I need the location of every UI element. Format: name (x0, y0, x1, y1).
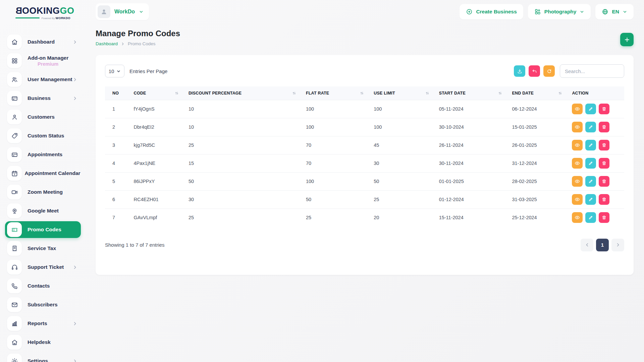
users-icon (7, 72, 22, 87)
edit-button[interactable] (585, 140, 596, 150)
tag-icon (7, 128, 22, 143)
breadcrumb-dashboard-link[interactable]: Dashboard (96, 41, 118, 46)
page-number-button[interactable]: 1 (596, 239, 609, 251)
cell-flat-rate: 100 (306, 100, 374, 118)
language-dropdown[interactable]: EN (595, 4, 634, 19)
trash-icon (601, 197, 607, 202)
add-promo-code-button[interactable] (620, 33, 634, 46)
sidebar-item[interactable]: Settings (5, 353, 81, 362)
cell-code: 4Pax1jNE (134, 154, 189, 172)
workspace-switcher[interactable]: WorkDo (96, 3, 149, 20)
table-row: 3 kjg7Rd5C 25 70 45 26-11-2024 26-01-202… (105, 136, 624, 154)
gear-icon (7, 354, 22, 362)
column-header[interactable]: ACTION (572, 86, 624, 100)
delete-button[interactable] (599, 104, 609, 114)
column-header[interactable]: DISCOUNT PERCENTAGE (189, 86, 306, 100)
sidebar-item[interactable]: Helpdesk (5, 334, 81, 351)
premium-badge: Premium (38, 61, 58, 67)
sidebar-item[interactable]: Appointment Calendar (5, 165, 81, 182)
pencil-icon (588, 142, 593, 148)
chevron-right-icon (121, 42, 125, 46)
column-header[interactable]: END DATE (512, 86, 572, 100)
sidebar-item[interactable]: Custom Status (5, 127, 81, 144)
refresh-button[interactable] (543, 65, 555, 77)
workspace-name: WorkDo (114, 9, 135, 15)
cell-use-limit: 25 (374, 190, 439, 208)
sidebar-item[interactable]: Customers (5, 109, 81, 125)
reset-button[interactable] (529, 65, 540, 77)
column-header[interactable]: START DATE (439, 86, 512, 100)
chevron-right-icon (72, 265, 77, 270)
delete-button[interactable] (599, 194, 609, 205)
next-page-button[interactable] (611, 239, 624, 251)
trash-icon (601, 161, 607, 166)
business-category-dropdown[interactable]: Photography (528, 4, 591, 19)
cell-use-limit: 100 (374, 100, 439, 118)
view-button[interactable] (572, 212, 583, 223)
sidebar-item[interactable]: Add-on Manager Premium (5, 52, 81, 69)
refresh-icon (546, 68, 552, 74)
sidebar-item[interactable]: Zoom Meeting (5, 184, 81, 200)
entries-per-page-select[interactable]: 10 (105, 65, 124, 77)
grid-icon (7, 53, 22, 68)
column-header[interactable]: CODE (134, 86, 189, 100)
mail-icon (7, 297, 22, 312)
delete-button[interactable] (599, 176, 609, 187)
delete-button[interactable] (599, 158, 609, 169)
phone-icon (7, 279, 22, 293)
sidebar-item[interactable]: Dashboard (5, 34, 81, 50)
pencil-icon (588, 179, 593, 184)
create-business-button[interactable]: Create Business (460, 4, 523, 19)
edit-button[interactable] (585, 104, 596, 114)
home-icon (7, 35, 22, 49)
topbar: WorkDo Create Business Photography EN (96, 3, 634, 20)
sort-icon (558, 91, 562, 96)
grid-plus-icon (534, 8, 541, 15)
previous-page-button[interactable] (581, 239, 593, 251)
eye-icon (575, 142, 580, 148)
view-button[interactable] (572, 104, 583, 114)
sidebar-item[interactable]: Support Ticket (5, 259, 81, 276)
column-header[interactable]: FLAT RATE (306, 86, 374, 100)
download-icon (517, 68, 523, 74)
sidebar-item[interactable]: Reports (5, 315, 81, 332)
search-input[interactable] (560, 64, 624, 78)
sort-icon (425, 91, 430, 96)
view-button[interactable] (572, 194, 583, 205)
view-button[interactable] (572, 122, 583, 132)
trash-icon (601, 142, 607, 148)
view-button[interactable] (572, 158, 583, 169)
sidebar-item[interactable]: Appointments (5, 146, 81, 163)
edit-button[interactable] (585, 194, 596, 205)
delete-button[interactable] (599, 140, 609, 150)
edit-button[interactable] (585, 158, 596, 169)
edit-button[interactable] (585, 212, 596, 223)
sidebar-item[interactable]: Subscribers (5, 296, 81, 313)
sidebar-item[interactable]: Google Meet (5, 202, 81, 219)
headset-icon (7, 260, 22, 275)
sidebar-item[interactable]: Service Tax (5, 240, 81, 257)
delete-button[interactable] (599, 212, 609, 223)
calendar-icon (7, 166, 22, 181)
export-button[interactable] (514, 65, 525, 77)
eye-icon (575, 106, 580, 112)
trash-icon (601, 106, 607, 112)
sidebar-item[interactable]: Contacts (5, 278, 81, 294)
cell-end-date: 31-12-2024 (512, 154, 572, 172)
column-header[interactable]: NO (105, 86, 134, 100)
edit-button[interactable] (585, 176, 596, 187)
delete-button[interactable] (599, 122, 609, 132)
cell-flat-rate: 50 (306, 190, 374, 208)
cell-code: fY4jOgnS (134, 100, 189, 118)
logo-link[interactable]: BOOKINGGO Powered By WORKDO (0, 0, 84, 27)
column-header[interactable]: USE LIMIT (374, 86, 439, 100)
sort-icon (360, 91, 364, 96)
sort-icon (292, 91, 297, 96)
sidebar-item[interactable]: Promo Codes (5, 221, 81, 238)
cell-end-date: 28-02-2025 (512, 172, 572, 190)
view-button[interactable] (572, 176, 583, 187)
view-button[interactable] (572, 140, 583, 150)
sidebar-item[interactable]: Business (5, 90, 81, 107)
sidebar-item[interactable]: User Management (5, 71, 81, 88)
edit-button[interactable] (585, 122, 596, 132)
